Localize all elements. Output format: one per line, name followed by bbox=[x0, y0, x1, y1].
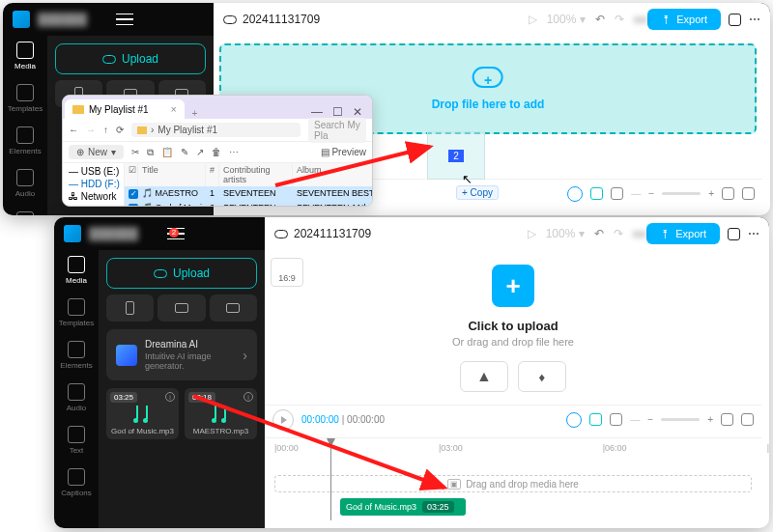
cloud-icon bbox=[223, 15, 237, 24]
play-icon[interactable]: ▷ bbox=[529, 13, 537, 26]
zoom-slider[interactable] bbox=[662, 192, 701, 195]
app-name: ██████ bbox=[89, 227, 138, 240]
media-item[interactable]: 03:18i MAESTRO.mp3 bbox=[185, 388, 257, 439]
ai-icon[interactable] bbox=[590, 187, 603, 200]
explorer-tree[interactable]: — USB (E:) — HDD (F:) 🖧 Network bbox=[63, 163, 125, 207]
zoom-out-icon[interactable]: − bbox=[647, 414, 653, 425]
menu-icon[interactable] bbox=[116, 14, 133, 25]
upload-plus-button[interactable]: + bbox=[492, 265, 534, 307]
timeline-track[interactable]: God of Music.mp303:25 bbox=[274, 498, 752, 516]
device-screen[interactable] bbox=[210, 294, 257, 322]
sidebar-item-text[interactable]: Text bbox=[16, 211, 34, 215]
device-camera[interactable] bbox=[157, 294, 205, 322]
playhead[interactable] bbox=[330, 438, 331, 520]
sidebar-item-audio[interactable]: Audio bbox=[15, 169, 35, 198]
zoom-value[interactable]: 100% ▾ bbox=[547, 13, 586, 26]
present-icon[interactable] bbox=[729, 14, 741, 26]
user: ●● bbox=[634, 13, 648, 26]
user: ●● bbox=[633, 227, 647, 240]
undo-icon[interactable]: ↶ bbox=[595, 13, 605, 26]
table-row[interactable]: ✓🎵 MAESTRO1SEVENTEENSEVENTEEN BEST ALB bbox=[125, 186, 373, 201]
canvas-2[interactable]: 16:9 + Click to upload Or drag and drop … bbox=[265, 252, 761, 405]
nav-back-icon[interactable]: ← bbox=[69, 125, 78, 135]
zoom-in-icon[interactable]: + bbox=[708, 188, 714, 199]
more-icon[interactable]: ⋯ bbox=[749, 13, 760, 26]
source-dropbox-icon[interactable]: ⬧ bbox=[518, 361, 566, 392]
project-title[interactable]: 202411131709 bbox=[223, 13, 320, 26]
export-button[interactable]: ⭱ Export bbox=[646, 223, 720, 244]
sidebar-item-elements[interactable]: Elements bbox=[60, 341, 92, 370]
table-row[interactable]: ✓🎵 God of Music2SEVENTEENSEVENTEEN 11th … bbox=[125, 201, 373, 207]
fullscreen-icon[interactable] bbox=[742, 187, 755, 200]
fit-icon[interactable] bbox=[722, 187, 734, 200]
more-icon[interactable]: ⋯ bbox=[748, 227, 759, 240]
new-button[interactable]: ⊕ New ▾ bbox=[69, 145, 124, 159]
timeline-clip[interactable]: God of Music.mp303:25 bbox=[340, 498, 466, 516]
fit-icon[interactable] bbox=[721, 413, 733, 426]
explorer-search[interactable]: Search My Pla bbox=[308, 118, 366, 143]
sidebar-item-media[interactable]: Media bbox=[66, 256, 87, 285]
redo-icon[interactable]: ↷ bbox=[614, 227, 623, 240]
info-icon[interactable]: i bbox=[243, 392, 253, 402]
sidebar-item-templates[interactable]: Templates bbox=[8, 84, 43, 113]
upload-cloud-icon bbox=[154, 269, 167, 278]
sidebar-item-templates[interactable]: Templates bbox=[59, 298, 94, 327]
drop-cloud-icon bbox=[472, 67, 503, 88]
drag-preview: 2 bbox=[427, 131, 485, 180]
mouse-cursor-icon: ↖ bbox=[462, 172, 472, 186]
sidebar-item-captions[interactable]: Captions bbox=[61, 468, 92, 497]
timeline-ruler: |00:00|03:00|06:00|09:00 bbox=[265, 438, 761, 458]
share-icon[interactable]: ↗ bbox=[196, 147, 204, 157]
redo-icon[interactable]: ↷ bbox=[615, 13, 624, 26]
play-button[interactable] bbox=[272, 409, 294, 431]
split-icon[interactable] bbox=[611, 187, 623, 200]
source-gdrive-icon[interactable]: ▲ bbox=[460, 361, 508, 392]
dreamina-card[interactable]: Dreamina AIIntuitive AI image generator.… bbox=[106, 329, 257, 380]
cut-icon[interactable]: ✂ bbox=[131, 147, 139, 157]
zoom-slider[interactable] bbox=[661, 418, 700, 421]
upload-cloud-icon bbox=[102, 55, 116, 64]
explorer-tab[interactable]: My Playlist #1× bbox=[65, 99, 185, 119]
zoom-out-icon[interactable]: − bbox=[648, 188, 654, 199]
win-max-icon[interactable]: ☐ bbox=[332, 105, 343, 119]
present-icon[interactable] bbox=[728, 228, 740, 240]
zoom-in-icon[interactable]: + bbox=[707, 414, 713, 425]
click-upload-title: Click to upload bbox=[452, 319, 574, 333]
project-title[interactable]: 202411131709 bbox=[274, 227, 371, 240]
app-logo bbox=[13, 11, 30, 28]
rename-icon[interactable]: ✎ bbox=[181, 147, 188, 157]
win-min-icon[interactable]: — bbox=[311, 105, 323, 119]
ai-icon[interactable] bbox=[589, 413, 602, 426]
split-icon[interactable] bbox=[610, 413, 622, 426]
undo-icon[interactable]: ↶ bbox=[594, 227, 604, 240]
music-note-icon bbox=[210, 400, 233, 423]
upload-button[interactable]: Upload bbox=[55, 43, 206, 74]
upload-button[interactable]: Upload bbox=[106, 258, 257, 289]
preview-toggle[interactable]: ▤ Preview bbox=[321, 147, 366, 157]
fullscreen-icon[interactable] bbox=[741, 413, 754, 426]
media-item[interactable]: 03:25i God of Music.mp3 bbox=[106, 388, 179, 439]
paste-icon[interactable]: 📋 bbox=[161, 147, 173, 157]
zoom-value[interactable]: 100% ▾ bbox=[546, 227, 585, 240]
mic-icon[interactable] bbox=[566, 412, 582, 428]
win-close-icon[interactable]: ✕ bbox=[353, 105, 362, 119]
sidebar-item-text[interactable]: Text bbox=[68, 426, 85, 455]
mic-icon[interactable] bbox=[567, 186, 583, 202]
notification-badge: 2 bbox=[169, 228, 179, 238]
drag-media-hint[interactable]: ▣Drag and drop media here bbox=[274, 475, 752, 492]
folder-icon bbox=[72, 105, 84, 114]
copy-icon[interactable]: ⧉ bbox=[147, 147, 154, 158]
delete-icon[interactable]: 🗑 bbox=[212, 147, 221, 157]
play-icon[interactable]: ▷ bbox=[528, 227, 536, 240]
explorer-table: ☑Title#Contributing artistsAlbum ✓🎵 MAES… bbox=[125, 163, 373, 207]
timeline[interactable]: |00:00|03:00|06:00|09:00 ▣Drag and drop … bbox=[265, 437, 761, 520]
aspect-ratio[interactable]: 16:9 bbox=[271, 258, 303, 287]
sidebar-item-media[interactable]: Media bbox=[14, 42, 36, 70]
header-tools: 202411131709 ▷ 100% ▾ ↶ ↷ ●● ⭱ Export ⋯ bbox=[214, 3, 770, 36]
device-phone[interactable] bbox=[106, 294, 154, 322]
sidebar-2: Media Templates Elements Audio Text Capt… bbox=[54, 250, 99, 528]
sidebar-item-audio[interactable]: Audio bbox=[67, 383, 86, 412]
info-icon[interactable]: i bbox=[165, 392, 175, 402]
export-button[interactable]: ⭱ Export bbox=[647, 9, 721, 30]
sidebar-item-elements[interactable]: Elements bbox=[9, 126, 41, 155]
